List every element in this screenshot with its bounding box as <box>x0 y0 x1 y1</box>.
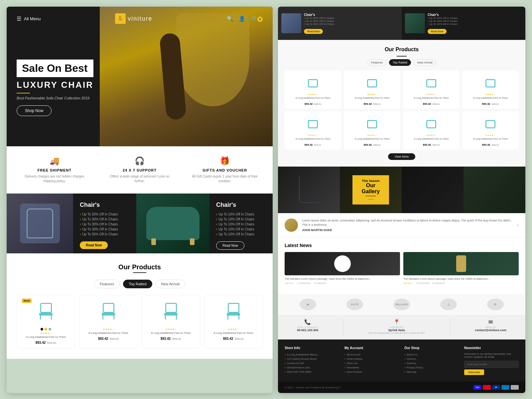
rp-stars: ★★★★☆ <box>465 93 516 96</box>
tab-new-arrival-right[interactable]: New Arrival <box>414 59 436 66</box>
rp-price: $93.42 <box>305 102 313 105</box>
rp-stars: ★★★★☆ <box>406 93 457 96</box>
footer-list-item[interactable]: Newsletter <box>344 365 399 370</box>
gallery-overlay-text: This Season Our Gallery —— <box>352 175 389 204</box>
promo-right-read-now[interactable]: Read Now <box>216 241 244 250</box>
footer-list-item[interactable]: Sitemap <box>404 370 459 374</box>
product-old-price: $98.42 <box>172 337 182 340</box>
gallery-section: This Season Our Gallery —— <box>278 167 525 213</box>
footer-list-item[interactable]: 123 Gallery Bound Street <box>285 357 339 361</box>
tab-features-right[interactable]: Features <box>367 59 387 66</box>
right-product-card: ★★★★☆ A Long established Fact no There $… <box>344 111 400 150</box>
amex-icon <box>501 385 509 390</box>
footer-list-item[interactable]: store@viniture.com <box>285 365 339 370</box>
tab-top-ratted-left[interactable]: Top Ratted <box>123 280 152 288</box>
footer-list-item[interactable]: Delivery <box>404 361 459 365</box>
shop-now-button[interactable]: Shop Now <box>17 105 52 116</box>
newsletter-subscribe-button[interactable]: Subscribe <box>464 369 484 375</box>
rp-price: $93.42 <box>423 102 431 105</box>
brand-name: △ <box>448 303 450 306</box>
contact-bar: 📞 OUR CONTACT 00-001-103-303 📍 ADDRESS S… <box>278 315 525 339</box>
rp-name: A Long established Fact no There <box>287 97 338 99</box>
news-title: The standard Lorem Ipsum passage, used s… <box>285 277 400 281</box>
user-icon[interactable]: 👤 <box>239 16 245 22</box>
chair-mini-icon <box>163 303 179 321</box>
gallery-image-3[interactable] <box>402 167 464 213</box>
rp-image <box>406 73 457 93</box>
new-badge: New! <box>22 299 32 303</box>
brand-name: WILLARD <box>396 303 408 306</box>
tab-features-left[interactable]: Features <box>94 280 120 288</box>
rp-name: A Long established Fact no There <box>406 138 457 140</box>
promo-right-list: Up To 10% Off In Chairs Up To 10% Off In… <box>216 212 266 237</box>
promo-list-item: Up To 30% Off In Chairs <box>80 227 130 232</box>
rp-price: $93.42 <box>364 102 372 105</box>
gifts-desc: All Gift Cards expire 1 year from date o… <box>192 174 258 184</box>
rt-list-item: Up To 10% Off In Chairs <box>428 23 458 26</box>
footer-list-item[interactable]: New Product <box>344 370 399 374</box>
promo-left-read-now[interactable]: Read Now <box>80 241 108 249</box>
products-section-left: Our Products Features Top Ratted New Arr… <box>7 253 273 359</box>
hero-description: Best Fashionable Sofa Chair Collection 2… <box>17 96 93 100</box>
brand-logo: ELITE <box>346 299 363 310</box>
cart-icon[interactable]: 🛒0 <box>251 15 263 22</box>
newsletter-email-input[interactable] <box>464 361 519 368</box>
brand-name: ⛰ <box>307 303 309 306</box>
rp-name: A Long established Fact no There <box>346 138 398 140</box>
right-top-right: Chair's Up To 10% Off In Chairs Up To 10… <box>402 7 525 40</box>
rt-left-btn[interactable]: Read Now <box>304 29 323 34</box>
product-image <box>208 299 259 325</box>
footer-list-item[interactable]: Wish List <box>344 361 399 365</box>
view-more-button[interactable]: View More <box>388 153 415 160</box>
product-stars: ★★★★☆ <box>83 328 134 331</box>
news-stars: ★★★★☆ <box>403 282 413 285</box>
testimonial-text: Lorem ipsum dolor sit amet, consectetur … <box>302 218 513 227</box>
right-product-card: ★★★★☆ A Long established Fact no There $… <box>403 70 460 109</box>
product-card: ★★★★☆ A Long established Fact no There $… <box>142 295 200 349</box>
footer-list-item[interactable]: Privacy Policy <box>404 365 459 370</box>
logo[interactable]: 🪑 viniture <box>115 13 152 24</box>
footer-list-item[interactable]: My Account <box>344 352 399 357</box>
gallery-image-2[interactable]: This Season Our Gallery —— <box>340 167 402 213</box>
footer-list-item[interactable]: Careers <box>404 357 459 361</box>
rp-image <box>346 73 398 93</box>
gallery-image-1[interactable] <box>278 167 340 213</box>
color-swatch[interactable] <box>45 328 47 331</box>
product-image <box>145 299 197 325</box>
footer-our-shop: Our Shop About Us Careers Delivery Priva… <box>404 346 459 375</box>
tab-top-ratted-right[interactable]: Top Ratted <box>389 59 411 66</box>
footer-list-item[interactable]: Order History <box>344 357 399 361</box>
footer-list-item[interactable]: London EC4M <box>285 361 339 365</box>
rp-old-price: $98.42 <box>492 144 499 146</box>
rp-stars: ★★★★☆ <box>406 134 457 137</box>
color-swatch[interactable] <box>41 328 43 331</box>
product-price: $93.42 <box>161 337 171 340</box>
news-likes: 4 Customers <box>432 282 445 285</box>
news-image-1[interactable] <box>285 252 400 275</box>
promo-list-item: Up To 30% Off In Chairs <box>80 217 130 222</box>
footer-list-item[interactable]: A Long established Blazor... <box>285 352 339 357</box>
rp-stars: ★★★★☆ <box>287 93 338 96</box>
menu-toggle[interactable]: ☰ All Menu <box>17 16 41 22</box>
products-title-left: Our Products <box>17 263 263 271</box>
copyright-text: © 2021 - viniture.com Powered by SmartFr… <box>285 386 341 389</box>
rp-old-price: $98.42 <box>433 144 440 146</box>
rt-right-btn[interactable]: Read Now <box>428 29 447 34</box>
diners-icon <box>511 385 519 390</box>
rp-price: $93.42 <box>423 143 431 146</box>
tab-new-arrival-left[interactable]: New Arrival <box>156 280 186 288</box>
testimonial-next-arrow[interactable]: › <box>517 222 519 228</box>
color-swatch[interactable] <box>49 328 51 331</box>
brands-section: ⛰ ELITE WILLARD △ ⊕ <box>278 294 525 315</box>
phone-label: OUR CONTACT <box>297 326 318 329</box>
gallery-image-4[interactable] <box>464 167 525 213</box>
footer-list-item[interactable]: About Us <box>404 352 459 357</box>
rp-stars: ★★★★☆ <box>346 93 398 96</box>
search-icon[interactable]: 🔍 <box>227 16 233 22</box>
footer-store-list: A Long established Blazor... 123 Gallery… <box>285 352 339 374</box>
news-image-2[interactable] <box>403 252 519 275</box>
promo-center-image <box>136 194 209 253</box>
footer-list-item[interactable]: 0044 020 7329 5600 <box>285 370 339 374</box>
shipment-icon: 🚚 <box>21 156 88 166</box>
product-image: New! <box>20 299 71 325</box>
